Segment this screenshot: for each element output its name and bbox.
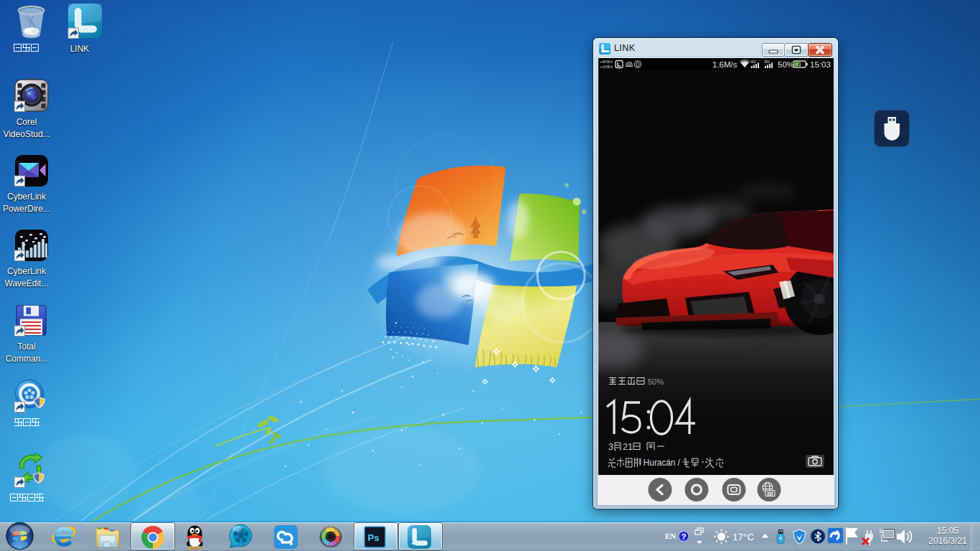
svg-text:50%: 50% [778, 60, 794, 69]
svg-text:Huracán /: Huracán / [644, 458, 681, 468]
svg-text:Ps: Ps [368, 532, 380, 543]
svg-text:+6KB/s: +6KB/s [600, 60, 613, 64]
svg-text:1.6M/s: 1.6M/s [712, 60, 738, 69]
svg-text:50%: 50% [648, 377, 664, 386]
svg-text:21: 21 [623, 442, 633, 452]
svg-text:17°C: 17°C [732, 532, 754, 542]
svg-text:15:03: 15:03 [810, 60, 831, 69]
svg-text:3G: 3G [764, 60, 770, 64]
svg-text:+1KB/s: +1KB/s [600, 65, 613, 69]
svg-text:3: 3 [608, 442, 613, 452]
svg-text:?: ? [682, 532, 687, 541]
svg-text:EN: EN [665, 532, 676, 540]
svg-text:4G: 4G [750, 60, 756, 64]
